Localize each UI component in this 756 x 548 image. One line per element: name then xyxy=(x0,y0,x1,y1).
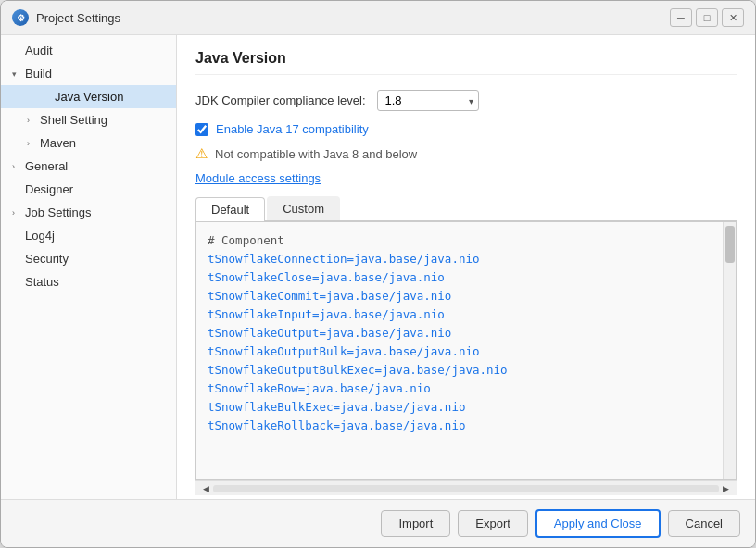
import-button[interactable]: Import xyxy=(381,510,450,537)
sidebar-item-status[interactable]: Status xyxy=(1,270,176,293)
tab-custom[interactable]: Custom xyxy=(267,196,340,220)
sidebar-label-job-settings: Job Settings xyxy=(25,206,92,219)
sidebar-label-shell-setting: Shell Setting xyxy=(40,113,107,127)
project-settings-dialog: ⚙ Project Settings ─ □ ✕ Audit▾BuildJava… xyxy=(0,0,756,548)
sidebar-item-audit[interactable]: Audit xyxy=(1,39,176,62)
text-line: tSnowflakeRollback=java.base/java.nio xyxy=(208,417,712,435)
sidebar-label-java-version: Java Version xyxy=(55,90,123,104)
scroll-right-arrow[interactable]: ▶ xyxy=(719,484,733,493)
scrollbar-h-track[interactable] xyxy=(213,485,719,492)
text-line: tSnowflakeOutputBulk=java.base/java.nio xyxy=(208,342,712,361)
sidebar-item-java-version[interactable]: Java Version xyxy=(1,85,176,108)
sidebar-item-build[interactable]: ▾Build xyxy=(1,62,176,85)
sidebar-item-designer[interactable]: Designer xyxy=(1,178,176,201)
warning-text: Not compatible with Java 8 and below xyxy=(215,147,417,161)
text-line: tSnowflakeRow=java.base/java.nio xyxy=(208,380,712,398)
text-line: tSnowflakeBulkExec=java.base/java.nio xyxy=(208,398,712,417)
vertical-scrollbar[interactable] xyxy=(723,222,736,480)
text-line: tSnowflakeCommit=java.base/java.nio xyxy=(208,287,712,305)
sidebar-item-shell-setting[interactable]: ›Shell Setting xyxy=(1,108,176,131)
sidebar-label-audit: Audit xyxy=(25,44,53,57)
footer: Import Export Apply and Close Cancel xyxy=(1,499,755,547)
sidebar-item-log4j[interactable]: Log4j xyxy=(1,224,176,247)
module-access-row: Module access settings xyxy=(195,171,737,185)
text-line: tSnowflakeConnection=java.base/java.nio xyxy=(208,250,712,268)
sidebar-label-status: Status xyxy=(25,275,59,289)
title-bar: ⚙ Project Settings ─ □ ✕ xyxy=(1,1,755,35)
export-button[interactable]: Export xyxy=(458,510,528,537)
jdk-label: JDK Compiler compliance level: xyxy=(195,93,366,107)
sidebar-item-general[interactable]: ›General xyxy=(1,155,176,178)
sidebar: Audit▾BuildJava Version›Shell Setting›Ma… xyxy=(1,35,177,499)
warning-icon: ⚠ xyxy=(195,145,208,162)
text-content-area: # ComponenttSnowflakeConnection=java.bas… xyxy=(195,221,737,480)
module-access-link[interactable]: Module access settings xyxy=(195,171,321,185)
sidebar-label-security: Security xyxy=(25,252,69,266)
horizontal-scrollbar[interactable]: ◀ ▶ xyxy=(195,480,737,495)
expand-arrow-icon: ▾ xyxy=(12,69,21,79)
dialog-content: Audit▾BuildJava Version›Shell Setting›Ma… xyxy=(1,35,755,499)
expand-arrow-icon: › xyxy=(12,162,21,171)
warning-row: ⚠ Not compatible with Java 8 and below xyxy=(195,145,737,162)
expand-arrow-icon: › xyxy=(27,139,36,148)
apply-close-button[interactable]: Apply and Close xyxy=(536,509,661,538)
minimize-button[interactable]: ─ xyxy=(670,8,692,27)
scroll-left-arrow[interactable]: ◀ xyxy=(199,484,213,493)
scrollbar-thumb[interactable] xyxy=(725,226,735,263)
sidebar-label-general: General xyxy=(25,159,68,173)
cancel-button[interactable]: Cancel xyxy=(668,510,740,537)
java17-label[interactable]: Enable Java 17 compatibility xyxy=(216,122,369,136)
java17-checkbox[interactable] xyxy=(195,123,208,136)
jdk-row: JDK Compiler compliance level: 1.8111721… xyxy=(195,90,737,111)
sidebar-label-designer: Designer xyxy=(25,182,73,196)
sidebar-label-log4j: Log4j xyxy=(25,229,55,243)
jdk-select[interactable]: 1.8111721 xyxy=(377,90,479,111)
sidebar-label-maven: Maven xyxy=(40,136,76,150)
text-line: # Component xyxy=(208,231,712,250)
app-icon: ⚙ xyxy=(12,9,29,26)
sidebar-item-maven[interactable]: ›Maven xyxy=(1,131,176,155)
tab-default[interactable]: Default xyxy=(195,197,265,221)
main-panel: Java Version JDK Compiler compliance lev… xyxy=(177,35,755,499)
sidebar-item-security[interactable]: Security xyxy=(1,247,176,270)
panel-title: Java Version xyxy=(195,50,737,75)
checkbox-row: Enable Java 17 compatibility xyxy=(195,122,737,136)
text-line: tSnowflakeClose=java.base/java.nio xyxy=(208,268,712,287)
sidebar-label-build: Build xyxy=(25,67,52,81)
maximize-button[interactable]: □ xyxy=(696,8,718,27)
text-content[interactable]: # ComponenttSnowflakeConnection=java.bas… xyxy=(196,222,723,480)
sidebar-item-job-settings[interactable]: ›Job Settings xyxy=(1,201,176,224)
text-line: tSnowflakeOutput=java.base/java.nio xyxy=(208,324,712,342)
window-controls: ─ □ ✕ xyxy=(670,8,744,27)
jdk-select-wrapper[interactable]: 1.8111721 ▾ xyxy=(377,90,479,111)
expand-arrow-icon: › xyxy=(12,208,21,218)
expand-arrow-icon: › xyxy=(27,116,36,125)
text-line: tSnowflakeOutputBulkExec=java.base/java.… xyxy=(208,361,712,380)
tabs-bar: Default Custom xyxy=(195,196,737,221)
dialog-title: Project Settings xyxy=(36,11,662,25)
close-button[interactable]: ✕ xyxy=(722,8,744,27)
text-line: tSnowflakeInput=java.base/java.nio xyxy=(208,305,712,324)
